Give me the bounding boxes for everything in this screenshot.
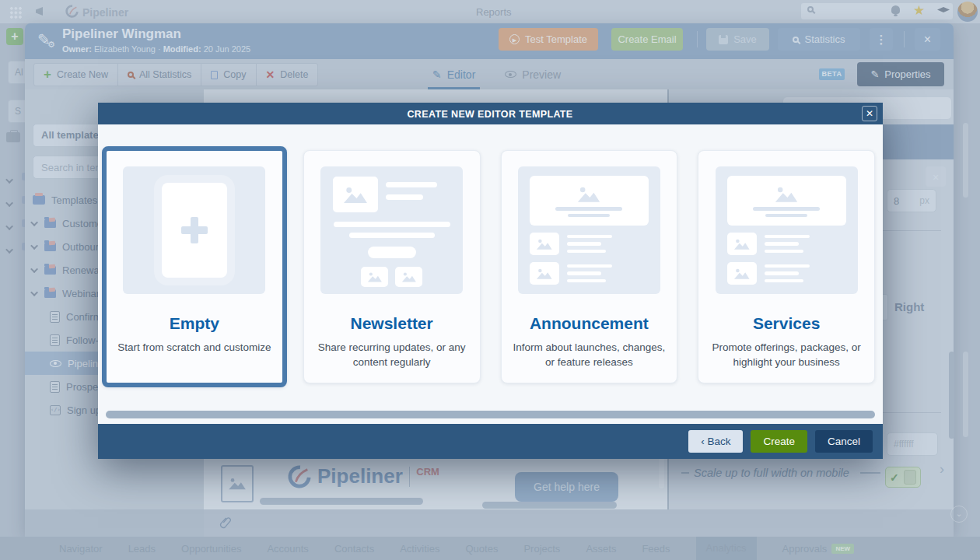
- hero-image-placeholder: [530, 176, 649, 226]
- template-card-newsletter[interactable]: NewsletterShare recurring updates, or an…: [303, 150, 481, 383]
- card-description: Share recurring updates, or any content …: [315, 341, 469, 370]
- card-description: Start from scratch and customize: [117, 341, 271, 355]
- create-button[interactable]: Create: [751, 430, 807, 453]
- template-cards: EmptyStart from scratch and customizeNew…: [98, 124, 883, 383]
- modal-footer: ‹ Back Create Cancel: [98, 424, 883, 459]
- image-placeholder-icon: [727, 262, 757, 285]
- card-description: Promote offerings, packages, or highligh…: [709, 341, 863, 370]
- image-placeholder-icon: [361, 267, 388, 287]
- template-card-announcement[interactable]: AnnouncementInform about launches, chang…: [501, 150, 678, 383]
- card-thumbnail: [716, 166, 858, 294]
- card-title: Newsletter: [351, 314, 433, 333]
- card-description: Inform about launches, changes, or featu…: [513, 341, 667, 370]
- image-placeholder-icon: [530, 262, 559, 285]
- card-thumbnail: [518, 166, 660, 294]
- hero-image-placeholder: [727, 176, 846, 226]
- image-placeholder-icon: [395, 267, 422, 287]
- template-card-services[interactable]: ServicesPromote offerings, packages, or …: [698, 150, 875, 383]
- article-layout-preview: [716, 166, 858, 294]
- image-placeholder-icon: [333, 177, 378, 212]
- back-button[interactable]: ‹ Back: [688, 430, 743, 453]
- modal-title: CREATE NEW EDITOR TEMPLATE: [408, 108, 573, 120]
- empty-page-placeholder: [162, 183, 227, 278]
- create-template-modal: CREATE NEW EDITOR TEMPLATE ✕ EmptyStart …: [98, 103, 883, 459]
- modal-horizontal-scrollbar[interactable]: [106, 411, 875, 418]
- image-placeholder-icon: [530, 233, 559, 255]
- modal-header: CREATE NEW EDITOR TEMPLATE ✕: [98, 103, 883, 124]
- article-layout-preview: [518, 166, 660, 294]
- plus-icon: [181, 217, 208, 243]
- button-placeholder: [368, 247, 416, 258]
- card-title: Empty: [170, 314, 219, 333]
- card-title: Services: [753, 314, 820, 333]
- image-placeholder-icon: [727, 233, 757, 255]
- card-title: Announcement: [530, 314, 649, 333]
- modal-body: EmptyStart from scratch and customizeNew…: [98, 124, 883, 424]
- modal-close-icon[interactable]: ✕: [862, 106, 877, 121]
- template-card-empty[interactable]: EmptyStart from scratch and customize: [102, 146, 287, 387]
- newsletter-layout-preview: [320, 166, 463, 294]
- card-thumbnail: [123, 166, 265, 294]
- card-thumbnail: [320, 166, 463, 294]
- screen: Pipeliner Reports ★ + Al S ✎⚙ Pipeliner …: [0, 0, 980, 560]
- cancel-button[interactable]: Cancel: [815, 430, 873, 453]
